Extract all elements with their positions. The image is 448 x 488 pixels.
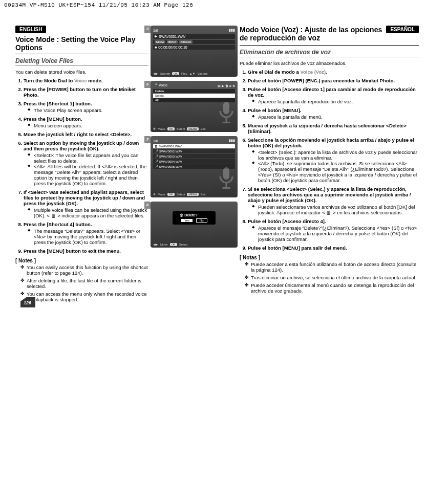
- yes-button: Yes: [181, 218, 193, 223]
- selected-menu-item: Select: [153, 94, 235, 98]
- english-subtitle: Deleting Voice Files: [15, 57, 148, 66]
- manual-page: ENGLISH Voice Mode : Setting the Voice P…: [0, 10, 448, 315]
- svg-rect-4: [226, 183, 227, 187]
- spanish-subtitle: Eliminación de archivos de voz: [240, 49, 419, 57]
- list-item: 🎤 SWAV0003.WAV: [153, 154, 235, 159]
- step-marker-3: 3: [144, 26, 151, 33]
- trash-icon: 🗑: [180, 213, 183, 217]
- step-marker-7: 7: [144, 136, 151, 143]
- step-marker-5: 5: [144, 81, 151, 88]
- counter: 1/6: [153, 139, 158, 143]
- spanish-intro: Puede eliminar los archivos de voz almac…: [240, 60, 419, 66]
- file-meta-header: 00934M VP-MS10 UK+ESP~154 11/21/05 10:23…: [0, 0, 448, 10]
- svg-rect-5: [223, 187, 230, 189]
- english-notes: You can easily access this function by u…: [15, 264, 148, 302]
- counter: 1/6: [153, 29, 158, 32]
- svg-rect-3: [223, 167, 229, 180]
- english-badge: ENGLISH: [15, 26, 46, 33]
- screenshot-8: 8 🗑 Delete? Yes No ◀▶Move OKSelect: [151, 202, 238, 248]
- battery-icon: ▮▮▮: [229, 139, 235, 143]
- screenshot-column: 3 1/6 ▮▮▮ ▶SWAV0001.WAV Mono 8KHz 64Kbps…: [148, 26, 240, 304]
- no-button: No: [196, 218, 207, 223]
- svg-rect-2: [223, 122, 230, 123]
- battery-icon: ▮▮▮: [229, 28, 235, 32]
- spanish-notes: Puede acceder a esta función utilizando …: [240, 261, 419, 294]
- rate-pill: 8KHz: [167, 40, 178, 43]
- svg-rect-1: [226, 117, 227, 122]
- bitrate-pill: 64Kbps: [179, 40, 193, 43]
- spanish-badge: ESPAÑOL: [386, 26, 419, 33]
- delete-prompt: Delete?: [184, 213, 197, 217]
- english-column: ENGLISH Voice Mode : Setting the Voice P…: [15, 26, 148, 304]
- spanish-notes-heading: [ Notas ]: [240, 255, 419, 260]
- svg-rect-0: [223, 102, 229, 114]
- english-steps: Turn the Mode Dial to Voice mode. Press …: [15, 78, 148, 254]
- list-item: 🗑 SWAV0001.WAV: [153, 144, 235, 148]
- screenshot-5: 5 🎤 Voice▤ ▶ 🗑 ⊕ ⚙ Delete Select All ✥Mo…: [151, 81, 238, 132]
- spanish-title: Modo Voice (Voz) : Ajuste de las opcione…: [240, 26, 386, 44]
- microphone-icon: [217, 100, 236, 125]
- english-intro: You can delete stored voice files.: [15, 69, 148, 75]
- screenshot-7: 7 1/6▮▮▮ 🗑 SWAV0001.WAV 🎤 SWAV0002.WAV 🎤…: [151, 136, 238, 197]
- spanish-column: Modo Voice (Voz) : Ajuste de las opcione…: [240, 26, 419, 304]
- english-notes-heading: [ Notes ]: [15, 258, 148, 263]
- menu-title: Voice: [159, 83, 167, 87]
- microphone-icon: [217, 166, 236, 190]
- spanish-steps: Gire el Dial de modo a Voice (Voz). Puls…: [240, 69, 419, 251]
- list-item: 🎤 SWAV0004.WAV: [153, 159, 235, 164]
- step-marker-8: 8: [144, 202, 151, 209]
- list-item: 🎤 SWAV0002.WAV: [153, 149, 235, 153]
- screenshot-3: 3 1/6 ▮▮▮ ▶SWAV0001.WAV Mono 8KHz 64Kbps…: [151, 26, 238, 77]
- mode-pill: Mono: [155, 40, 165, 43]
- file-name: SWAV0001.WAV: [159, 35, 186, 38]
- time-counter: 00:00:00/00:00:10: [158, 46, 187, 49]
- english-title: Voice Mode : Setting the Voice Play Opti…: [15, 35, 148, 54]
